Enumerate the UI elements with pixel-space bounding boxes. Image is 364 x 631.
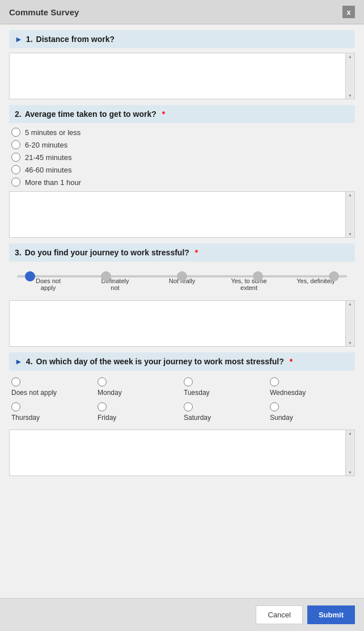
question-2-textarea[interactable] <box>10 192 345 237</box>
question-4-scrollbar: ▲ ▼ <box>345 430 354 476</box>
question-3-scrollbar: ▲ ▼ <box>345 301 354 346</box>
radio-saturday[interactable] <box>184 402 193 411</box>
slider-dot-1[interactable] <box>101 271 111 281</box>
q2-scroll-down: ▼ <box>348 232 352 236</box>
radio-item-21-45min[interactable]: 21-45 minutes <box>11 153 353 162</box>
question-1-textarea-wrap: ▲ ▼ <box>9 53 355 99</box>
day-label-tuesday: Tuesday <box>184 389 210 397</box>
question-1-number: 1. <box>26 35 33 44</box>
question-1-arrow: ► <box>15 35 23 44</box>
close-button[interactable]: x <box>342 6 355 18</box>
question-1-header: ► 1. Distance from work? <box>9 30 355 48</box>
q2-scroll-up: ▲ <box>348 193 352 197</box>
question-2-scrollbar: ▲ ▼ <box>345 192 354 237</box>
day-grid: Does not apply Monday Tuesday Wednesday … <box>9 375 355 424</box>
modal-header: Commute Survey x <box>0 0 364 24</box>
question-4-textarea[interactable] <box>10 430 345 476</box>
day-label-thursday: Thursday <box>11 414 40 422</box>
slider-dot-4[interactable] <box>329 271 339 281</box>
day-label-sunday: Sunday <box>270 414 293 422</box>
question-4-section: ► 4. On which day of the week is your jo… <box>9 352 355 476</box>
day-label-monday: Monday <box>98 389 122 397</box>
slider-track <box>9 275 355 277</box>
question-2-radio-group: 5 minutes or less 6-20 minutes 21-45 min… <box>9 128 355 187</box>
question-4-required: * <box>290 357 293 366</box>
question-2-label: Average time taken to get to work? <box>25 110 156 119</box>
radio-item-5min[interactable]: 5 minutes or less <box>11 128 353 137</box>
commute-survey-modal: Commute Survey x ► 1. Distance from work… <box>0 0 364 631</box>
question-2-header: 2. Average time taken to get to work? * <box>9 105 355 123</box>
q4-scroll-down: ▼ <box>348 470 352 474</box>
question-2-section: 2. Average time taken to get to work? * … <box>9 105 355 238</box>
radio-does-not-apply[interactable] <box>11 377 20 386</box>
radio-wednesday[interactable] <box>270 377 279 386</box>
question-3-required: * <box>195 248 198 257</box>
radio-item-6-20min[interactable]: 6-20 minutes <box>11 140 353 149</box>
q4-scroll-up: ▲ <box>348 431 352 435</box>
day-item-wednesday[interactable]: Wednesday <box>270 377 353 397</box>
day-item-friday[interactable]: Friday <box>98 402 180 422</box>
radio-item-more-1hr[interactable]: More than 1 hour <box>11 178 353 187</box>
question-1-label: Distance from work? <box>36 35 115 44</box>
modal-footer: Cancel Submit <box>0 598 364 631</box>
radio-5min-label: 5 minutes or less <box>25 128 81 137</box>
question-2-required: * <box>162 110 165 119</box>
radio-monday[interactable] <box>98 377 107 386</box>
question-3-number: 3. <box>15 248 22 257</box>
question-4-textarea-wrap: ▲ ▼ <box>9 430 355 476</box>
day-item-monday[interactable]: Monday <box>98 377 180 397</box>
day-label-friday: Friday <box>98 414 116 422</box>
radio-item-46-60min[interactable]: 46-60 minutes <box>11 165 353 174</box>
day-label-does-not-apply: Does not apply <box>11 389 57 397</box>
question-3-header: 3. Do you find your journey to work stre… <box>9 243 355 262</box>
day-item-does-not-apply[interactable]: Does not apply <box>11 377 94 397</box>
question-3-textarea-wrap: ▲ ▼ <box>9 300 355 347</box>
q3-scroll-down: ▼ <box>348 341 352 345</box>
question-3-section: 3. Do you find your journey to work stre… <box>9 243 355 347</box>
question-4-header: ► 4. On which day of the week is your jo… <box>9 352 355 371</box>
radio-tuesday[interactable] <box>184 377 193 386</box>
radio-more-1hr-label: More than 1 hour <box>25 178 81 187</box>
slider-line <box>17 275 347 277</box>
day-item-thursday[interactable]: Thursday <box>11 402 94 422</box>
radio-6-20min-label: 6-20 minutes <box>25 141 67 149</box>
question-1-scrollbar: ▲ ▼ <box>345 53 354 99</box>
day-label-saturday: Saturday <box>184 414 211 422</box>
submit-button[interactable]: Submit <box>307 605 355 624</box>
modal-title: Commute Survey <box>9 7 79 17</box>
modal-body: ► 1. Distance from work? ▲ ▼ 2. Average … <box>0 24 364 598</box>
question-3-slider-section: Does notapply Definatelynot Not really Y… <box>9 266 355 296</box>
question-4-label: On which day of the week is your journey… <box>36 357 284 366</box>
cancel-button[interactable]: Cancel <box>256 605 302 624</box>
slider-dot-0[interactable] <box>25 271 35 281</box>
question-2-number: 2. <box>15 110 22 119</box>
radio-more-1hr[interactable] <box>11 178 20 187</box>
day-item-tuesday[interactable]: Tuesday <box>184 377 266 397</box>
question-4-arrow: ► <box>15 357 23 366</box>
day-item-saturday[interactable]: Saturday <box>184 402 266 422</box>
question-3-label: Do you find your journey to work stressf… <box>25 248 189 257</box>
slider-dot-3[interactable] <box>253 271 263 281</box>
slider-dot-2[interactable] <box>177 271 187 281</box>
radio-21-45min-label: 21-45 minutes <box>25 153 71 162</box>
day-item-sunday[interactable]: Sunday <box>270 402 353 422</box>
scroll-up-arrow: ▲ <box>348 54 352 58</box>
question-2-textarea-wrap: ▲ ▼ <box>9 191 355 238</box>
radio-6-20min[interactable] <box>11 140 20 149</box>
day-label-wednesday: Wednesday <box>270 389 306 397</box>
radio-46-60min-label: 46-60 minutes <box>25 166 71 174</box>
question-1-section: ► 1. Distance from work? ▲ ▼ <box>9 30 355 99</box>
question-3-textarea[interactable] <box>10 301 345 346</box>
slider-dots <box>25 271 339 281</box>
question-1-textarea[interactable] <box>10 53 345 99</box>
radio-thursday[interactable] <box>11 402 20 411</box>
radio-46-60min[interactable] <box>11 165 20 174</box>
radio-sunday[interactable] <box>270 402 279 411</box>
scroll-down-arrow: ▼ <box>348 94 352 98</box>
radio-21-45min[interactable] <box>11 153 20 162</box>
radio-friday[interactable] <box>98 402 107 411</box>
radio-5min[interactable] <box>11 128 20 137</box>
q3-scroll-up: ▲ <box>348 302 352 306</box>
question-4-number: 4. <box>26 357 33 366</box>
